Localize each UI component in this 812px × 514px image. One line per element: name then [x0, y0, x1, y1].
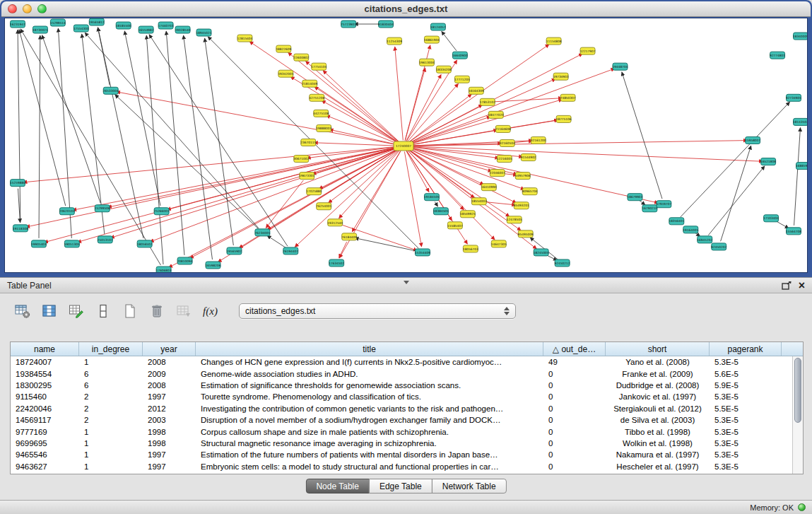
graph-node[interactable]: 18340009 — [793, 33, 807, 40]
table-cell-title[interactable]: Embryonic stem cells: a model to study s… — [196, 462, 543, 471]
graph-node[interactable]: 16945202 — [697, 236, 712, 243]
graph-edge[interactable] — [509, 120, 558, 128]
table-cell-out_degree[interactable]: 0 — [543, 381, 606, 390]
graph-node[interactable]: 19905403 — [31, 240, 47, 247]
table-cell-pagerank[interactable]: 5.9E-5 — [710, 381, 782, 390]
graph-node[interactable]: 15354409 — [415, 249, 430, 256]
edit-table-button[interactable] — [66, 302, 86, 321]
table-cell-pagerank[interactable]: 5.6E-5 — [710, 370, 782, 378]
table-row[interactable]: 1456911722003Disruption of a novel membe… — [11, 414, 792, 426]
graph-edge[interactable] — [708, 166, 765, 235]
graph-node[interactable]: 19342005 — [278, 70, 293, 77]
graph-node[interactable]: 16640900 — [452, 52, 468, 59]
table-cell-pagerank[interactable]: 5.5E-5 — [710, 404, 782, 413]
table-cell-year[interactable]: 2008 — [143, 381, 196, 390]
table-cell-year[interactable]: 1997 — [143, 392, 196, 401]
table-cell-pagerank[interactable]: 5.3E-5 — [710, 416, 782, 424]
table-cell-short[interactable]: Wolkin et al. (1998) — [606, 439, 710, 448]
graph-node[interactable]: 20620103 — [59, 208, 75, 215]
graph-node[interactable]: 17440703 — [158, 22, 174, 29]
graph-node[interactable]: 19164005 — [683, 226, 698, 233]
graph-node[interactable]: 19613004 — [419, 59, 435, 66]
table-row[interactable]: 2242004622012Investigating the contribut… — [11, 403, 792, 414]
table-cell-out_degree[interactable]: 0 — [543, 450, 606, 459]
table-cell-year[interactable]: 2012 — [143, 404, 196, 413]
column-header-name[interactable]: name — [11, 342, 79, 356]
table-cell-title[interactable]: Estimation of the future numbers of pati… — [196, 450, 543, 459]
table-cell-out_degree[interactable]: 49 — [543, 358, 606, 366]
graph-node[interactable]: 18143502 — [793, 118, 807, 125]
graph-node[interactable]: 18945021 — [196, 29, 212, 36]
table-cell-title[interactable]: Estimation of significance thresholds fo… — [196, 381, 543, 390]
graph-node[interactable]: 91544902 — [521, 154, 536, 161]
graph-node[interactable]: 18245005 — [534, 249, 549, 256]
graph-node[interactable]: 76234005 — [254, 229, 270, 236]
graph-node[interactable]: 32160504 — [500, 139, 515, 146]
graph-node[interactable]: 42751206 — [309, 94, 324, 101]
graph-node[interactable]: 17025880 — [306, 188, 322, 195]
graph-edge[interactable] — [124, 31, 160, 206]
graph-node[interactable]: 18334208 — [436, 66, 452, 73]
graph-edge[interactable] — [288, 52, 399, 142]
graph-edge[interactable] — [82, 34, 105, 234]
graph-node[interactable]: 18056703 — [463, 245, 478, 252]
graph-node[interactable]: 15585407 — [447, 222, 463, 229]
graph-node[interactable]: 44275108 — [313, 110, 329, 117]
graph-edge[interactable] — [776, 221, 789, 228]
graph-node[interactable]: 16598206 — [206, 262, 221, 269]
zoom-window-button[interactable] — [37, 4, 47, 13]
close-panel-button[interactable]: × — [799, 281, 805, 290]
graph-node[interactable]: 18356401 — [669, 218, 684, 225]
graph-edge[interactable] — [622, 72, 662, 199]
graph-node[interactable]: 11254309 — [387, 37, 402, 45]
graph-edge[interactable] — [108, 147, 399, 207]
graph-node[interactable]: 16885902 — [796, 163, 807, 170]
table-cell-out_degree[interactable]: 0 — [543, 416, 606, 424]
graph-node[interactable]: 54957906 — [515, 173, 531, 180]
table-cell-title[interactable]: Genome-wide association studies in ADHD. — [196, 370, 543, 378]
graph-node[interactable]: 11154808 — [546, 37, 562, 45]
graph-node[interactable]: 17754104 — [311, 63, 326, 70]
table-cell-short[interactable]: Yano et al. (2008) — [606, 358, 710, 366]
graph-edge[interactable] — [184, 35, 213, 259]
graph-edge[interactable] — [149, 35, 288, 246]
table-row[interactable]: 946362711997Embryonic stem cells: a mode… — [11, 461, 792, 472]
graph-node[interactable]: 25013107 — [98, 236, 113, 243]
graph-node[interactable]: 76254001 — [316, 203, 331, 210]
table-settings-button[interactable] — [13, 302, 32, 321]
graph-node[interactable]: 85493201 — [514, 202, 529, 209]
table-cell-pagerank[interactable]: 5.3E-5 — [710, 392, 782, 401]
table-cell-in_degree[interactable]: 1 — [79, 358, 143, 366]
table-cell-in_degree[interactable]: 2 — [79, 416, 143, 424]
graph-edge[interactable] — [395, 47, 404, 140]
graph-node[interactable]: 16164309 — [469, 87, 484, 94]
graph-node[interactable]: 18124057 — [430, 23, 446, 30]
tab-edge-table[interactable]: Edge Table — [369, 479, 433, 493]
memory-status-indicator[interactable] — [798, 503, 806, 511]
graph-node[interactable]: 75723901 — [341, 21, 356, 28]
table-cell-year[interactable]: 1998 — [143, 428, 196, 436]
table-cell-year[interactable]: 2008 — [143, 358, 196, 366]
graph-node[interactable]: 22600802 — [293, 54, 309, 61]
table-cell-name[interactable]: 9465546 — [11, 450, 79, 459]
graph-node[interactable]: 17606803 — [156, 267, 172, 272]
table-cell-year[interactable]: 2009 — [143, 370, 196, 378]
table-cell-pagerank[interactable]: 5.3E-5 — [710, 450, 782, 459]
table-cell-name[interactable]: 18300295 — [11, 381, 79, 390]
graph-edge[interactable] — [442, 31, 457, 50]
table-cell-name[interactable]: 9777169 — [11, 428, 79, 436]
graph-node[interactable]: 17853102 — [480, 98, 495, 105]
graph-node[interactable]: 25266001 — [154, 208, 170, 215]
graph-node[interactable]: 18554003 — [471, 198, 487, 205]
graph-edge[interactable] — [794, 127, 801, 225]
graph-node[interactable]: 92450212 — [555, 259, 570, 267]
table-cell-pagerank[interactable]: 5.3E-5 — [710, 428, 782, 436]
graph-edge[interactable] — [19, 30, 66, 206]
table-cell-out_degree[interactable]: 0 — [543, 428, 606, 436]
graph-node[interactable]: 23670115 — [300, 139, 316, 146]
table-cell-pagerank[interactable]: 5.3E-5 — [710, 462, 782, 471]
graph-edge[interactable] — [323, 71, 399, 142]
graph-edge[interactable] — [326, 115, 399, 144]
table-cell-title[interactable]: Tourette syndrome. Phenomenology and cla… — [196, 392, 543, 401]
column-header-in_degree[interactable]: in_degree — [79, 342, 143, 356]
